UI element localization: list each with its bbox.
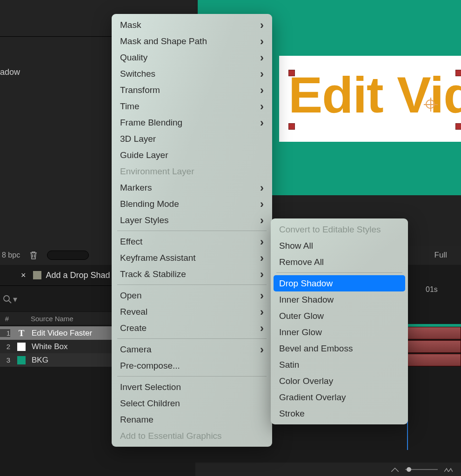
menu-item-label: Markers [120,183,152,193]
menu-item-layer-styles[interactable]: Layer Styles› [112,212,272,228]
menu-item-markers[interactable]: Markers› [112,179,272,196]
menu-item-label: Show All [279,241,313,251]
solid-layer-icon [17,343,26,351]
effect-label: adow [0,67,20,77]
menu-item-label: Camera [120,344,152,355]
chevron-right-icon: › [260,19,264,32]
menu-item-inner-glow[interactable]: Inner Glow [271,324,408,340]
selection-handle[interactable] [455,123,461,130]
col-source-name[interactable]: Source Name [31,315,73,323]
menu-item-stroke[interactable]: Stroke [271,405,408,422]
zoom-slider[interactable] [405,467,438,472]
zoom-pill[interactable] [47,251,89,260]
menu-item-quality[interactable]: Quality› [112,49,272,66]
menu-item-mask-and-shape-path[interactable]: Mask and Shape Path› [112,33,272,49]
menu-item-transform[interactable]: Transform› [112,82,272,98]
menu-item-inner-shadow[interactable]: Inner Shadow [271,291,408,308]
menu-item-color-overlay[interactable]: Color Overlay [271,373,408,389]
search-icon [3,295,12,304]
layer-row-3[interactable]: 3 BKG [0,353,112,367]
layer-track[interactable] [407,354,461,366]
menu-item-satin[interactable]: Satin [271,357,408,373]
trash-icon[interactable] [29,251,38,260]
menu-item-open[interactable]: Open› [112,287,272,304]
menu-item-label: Stroke [279,409,305,419]
menu-item-label: Color Overlay [279,376,333,386]
menu-item-outer-glow[interactable]: Outer Glow [271,308,408,324]
close-icon[interactable]: × [21,271,26,280]
layer-name[interactable]: White Box [32,342,67,351]
menu-item-convert-to-editable-styles: Convert to Editable Styles [271,221,408,238]
menu-item-gradient-overlay[interactable]: Gradient Overlay [271,389,408,405]
menu-item-label: Outer Glow [279,311,324,321]
menu-item-label: Transform [120,85,160,95]
chevron-right-icon: › [260,289,264,302]
menu-item-label: Track & Stabilize [120,269,186,279]
layer-track[interactable] [407,327,461,339]
svg-point-3 [407,467,411,472]
menu-item-guide-layer[interactable]: Guide Layer [112,147,272,163]
menu-item-drop-shadow[interactable]: Drop Shadow [274,275,405,291]
time-ruler[interactable]: 01s [407,283,461,297]
layer-row-2[interactable]: 2 White Box [0,340,112,353]
comp-tab-title[interactable]: Add a Drop Shad [46,271,110,280]
menu-item-blending-mode[interactable]: Blending Mode› [112,196,272,212]
menu-item-switches[interactable]: Switches› [112,66,272,82]
bpc-indicator[interactable]: 8 bpc [2,251,20,259]
chevron-right-icon: › [260,198,264,211]
menu-item-invert-selection[interactable]: Invert Selection [112,379,272,395]
chevron-right-icon: › [260,35,264,48]
chevron-right-icon: › [260,100,264,113]
menu-item-label: Inner Glow [279,327,322,337]
menu-item-reveal[interactable]: Reveal› [112,304,272,320]
chevron-right-icon: › [260,116,264,129]
menu-item-label: Create [120,323,147,333]
search-dropdown-icon[interactable]: ▾ [13,294,17,304]
menu-item-remove-all[interactable]: Remove All [271,254,408,270]
zoom-out-icon[interactable] [391,467,399,472]
selection-handle[interactable] [455,70,461,76]
anchor-point-icon[interactable] [426,99,435,109]
comp-icon [33,271,41,279]
selection-handle[interactable] [288,123,295,130]
layer-search[interactable]: ▾ [0,290,112,309]
layer-name[interactable]: Edit Video Faster [32,329,92,338]
menu-item-label: Mask [120,20,141,30]
menu-item-label: Guide Layer [120,150,168,160]
menu-item-effect[interactable]: Effect› [112,233,272,250]
chevron-right-icon: › [260,214,264,227]
menu-item-label: Quality [120,53,147,63]
menu-item-bevel-and-emboss[interactable]: Bevel and Emboss [271,340,408,357]
menu-item-3d-layer[interactable]: 3D Layer [112,131,272,147]
svg-point-0 [4,296,9,301]
layer-track[interactable] [407,340,461,353]
preview-text[interactable]: Edit Video [288,65,461,124]
layer-row-1[interactable]: 1 T Edit Video Faster [0,326,112,340]
menu-item-label: Satin [279,360,299,370]
chevron-right-icon: › [260,343,264,356]
chevron-right-icon: › [260,322,264,335]
resolution-dropdown[interactable]: Full [434,251,447,260]
menu-item-create[interactable]: Create› [112,320,272,336]
menu-item-show-all[interactable]: Show All [271,238,408,254]
menu-item-time[interactable]: Time› [112,98,272,114]
menu-item-keyframe-assistant[interactable]: Keyframe Assistant› [112,250,272,266]
menu-item-label: Select Children [120,398,180,409]
chevron-right-icon: › [260,235,264,248]
timeline-footer [195,463,461,476]
menu-item-frame-blending[interactable]: Frame Blending› [112,114,272,131]
menu-item-rename[interactable]: Rename [112,411,272,428]
menu-item-pre-compose-[interactable]: Pre-compose... [112,357,272,374]
menu-item-track-stabilize[interactable]: Track & Stabilize› [112,266,272,282]
menu-item-mask[interactable]: Mask› [112,17,272,33]
chevron-right-icon: › [260,181,264,194]
menu-item-label: Frame Blending [120,118,182,128]
menu-item-camera[interactable]: Camera› [112,341,272,357]
zoom-in-icon[interactable] [444,467,453,472]
selection-handle[interactable] [288,70,295,76]
menu-item-label: Keyframe Assistant [120,253,196,263]
menu-item-label: Environment Layer [120,166,194,177]
chevron-right-icon: › [260,84,264,97]
layer-name[interactable]: BKG [32,356,48,365]
menu-item-select-children[interactable]: Select Children [112,395,272,411]
